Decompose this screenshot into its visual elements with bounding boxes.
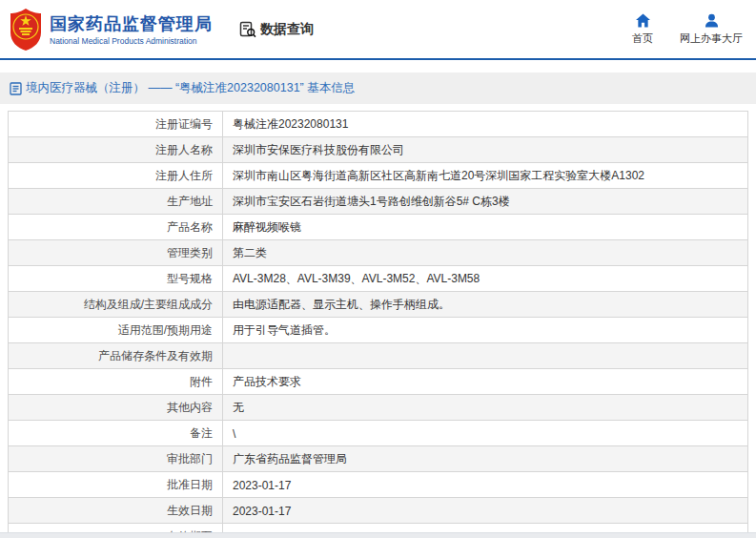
field-label: 其他内容 (9, 395, 223, 420)
data-query-button[interactable]: 数据查询 (239, 21, 314, 38)
field-label: 产品名称 (9, 215, 223, 239)
field-label-text: 批准日期 (167, 477, 213, 493)
field-value: 2023-01-17 (223, 472, 747, 497)
page-doc-icon (10, 82, 22, 95)
field-label: 生产地址 (9, 189, 223, 214)
field-label-text: 产品名称 (167, 219, 213, 236)
field-value-text: \ (233, 427, 235, 441)
field-label: 附件 (9, 369, 223, 394)
field-label: 备注 (9, 421, 223, 445)
table-row: 注册人名称深圳市安保医疗科技股份有限公司 (9, 137, 747, 163)
breadcrumb-bar: 境内医疗器械（注册） —— “粤械注准20232080131” 基本信息 (0, 72, 756, 104)
field-value-text: 产品技术要求 (233, 374, 301, 390)
field-value: 由电源适配器、显示主机、操作手柄组成。 (223, 292, 747, 317)
table-row: 批准日期2023-01-17 (9, 472, 747, 498)
field-value-text: 由电源适配器、显示主机、操作手柄组成。 (233, 297, 450, 313)
table-row: 注册证编号粤械注准20232080131 (9, 112, 747, 137)
field-label: 型号规格 (9, 266, 223, 291)
nav-item-home[interactable]: 首页 (632, 13, 653, 46)
field-label: 注册人住所 (9, 163, 223, 188)
field-value-text: 2023-01-17 (233, 505, 291, 518)
field-value-text: 粤械注准20232080131 (233, 116, 348, 133)
nav-item-service-hall[interactable]: 网上办事大厅 (680, 13, 743, 46)
field-label-text: 注册证编号 (155, 116, 213, 133)
field-label-text: 管理类别 (167, 245, 213, 261)
org-name-en: National Medical Products Administration (50, 36, 213, 46)
field-label-text: 其他内容 (167, 400, 213, 416)
field-label: 管理类别 (9, 240, 223, 265)
field-value: 麻醉视频喉镜 (223, 215, 747, 239)
field-label-text: 注册人名称 (155, 142, 213, 158)
field-label: 适用范围/预期用途 (9, 318, 223, 342)
footer-strip (0, 532, 756, 538)
field-value (223, 343, 747, 368)
table-row: 审批部门广东省药品监督管理局 (9, 446, 747, 472)
field-value-text: 麻醉视频喉镜 (233, 219, 301, 236)
table-row: 结构及组成/主要组成成分由电源适配器、显示主机、操作手柄组成。 (9, 292, 747, 318)
page-title: 境内医疗器械（注册） —— “粤械注准20232080131” 基本信息 (26, 80, 355, 96)
table-row: 产品名称麻醉视频喉镜 (9, 215, 747, 240)
table-row: 生效日期2023-01-17 (9, 498, 747, 524)
field-label-text: 生产地址 (167, 194, 213, 210)
table-row: 生产地址深圳市宝安区石岩街道塘头1号路创维创新谷5# C栋3楼 (9, 189, 747, 215)
field-label-text: 型号规格 (167, 271, 213, 287)
table-row: 产品储存条件及有效期 (9, 343, 747, 369)
field-value-text: 无 (233, 400, 244, 416)
table-row: 管理类别第二类 (9, 240, 747, 266)
field-value: AVL-3M28、AVL-3M39、AVL-3M52、AVL-3M58 (223, 266, 747, 291)
table-row: 适用范围/预期用途用于引导气道插管。 (9, 318, 747, 343)
field-value-text: 深圳市宝安区石岩街道塘头1号路创维创新谷5# C栋3楼 (233, 194, 510, 210)
field-value: 无 (223, 395, 747, 420)
document-search-icon (239, 21, 256, 38)
field-label: 审批部门 (9, 446, 223, 471)
field-label-text: 产品储存条件及有效期 (98, 348, 213, 364)
registration-detail-table: 注册证编号粤械注准20232080131注册人名称深圳市安保医疗科技股份有限公司… (8, 111, 748, 538)
field-value-text: AVL-3M28、AVL-3M39、AVL-3M52、AVL-3M58 (233, 271, 480, 287)
field-label: 注册证编号 (9, 112, 223, 136)
field-label-text: 生效日期 (167, 503, 213, 519)
header-nav: 首页 网上办事大厅 (632, 13, 743, 46)
field-label: 产品储存条件及有效期 (9, 343, 223, 368)
field-label-text: 结构及组成/主要组成成分 (84, 297, 213, 313)
table-row: 附件产品技术要求 (9, 369, 747, 395)
page-header: 国家药品监督管理局 National Medical Products Admi… (0, 0, 756, 60)
field-label-text: 注册人住所 (155, 168, 213, 184)
field-value: 用于引导气道插管。 (223, 318, 747, 342)
table-row: 注册人住所深圳市南山区粤海街道高新区社区高新南七道20号深圳国家工程实验室大楼A… (9, 163, 747, 189)
home-icon (636, 13, 650, 28)
field-value-text: 广东省药品监督管理局 (233, 451, 347, 467)
field-value: 第二类 (223, 240, 747, 265)
table-row: 型号规格AVL-3M28、AVL-3M39、AVL-3M52、AVL-3M58 (9, 266, 747, 292)
field-label-text: 备注 (190, 425, 213, 442)
field-label-text: 附件 (190, 374, 213, 390)
org-name-zh: 国家药品监督管理局 (50, 13, 213, 34)
data-query-label: 数据查询 (260, 21, 314, 38)
field-value-text: 用于引导气道插管。 (233, 322, 336, 339)
table-row: 其他内容无 (9, 395, 747, 421)
field-label: 批准日期 (9, 472, 223, 497)
user-icon (705, 13, 719, 28)
field-value: 2023-01-17 (223, 498, 747, 523)
field-value-text: 深圳市安保医疗科技股份有限公司 (233, 142, 404, 158)
field-label: 结构及组成/主要组成成分 (9, 292, 223, 317)
field-value-text: 深圳市南山区粤海街道高新区社区高新南七道20号深圳国家工程实验室大楼A1302 (233, 168, 644, 184)
org-title-block: 国家药品监督管理局 National Medical Products Admi… (50, 13, 213, 46)
field-value-text: 第二类 (233, 245, 267, 261)
field-value: \ (223, 421, 747, 445)
national-emblem-logo (10, 8, 42, 52)
field-value: 深圳市南山区粤海街道高新区社区高新南七道20号深圳国家工程实验室大楼A1302 (223, 163, 747, 188)
nav-item-label: 网上办事大厅 (680, 31, 743, 46)
field-value-text: 2023-01-17 (233, 479, 291, 492)
field-value: 粤械注准20232080131 (223, 112, 747, 136)
field-value: 深圳市宝安区石岩街道塘头1号路创维创新谷5# C栋3楼 (223, 189, 747, 214)
field-label: 生效日期 (9, 498, 223, 523)
table-row: 备注\ (9, 421, 747, 446)
field-value: 广东省药品监督管理局 (223, 446, 747, 471)
field-label-text: 审批部门 (167, 451, 213, 467)
field-label: 注册人名称 (9, 137, 223, 162)
nav-item-label: 首页 (632, 31, 653, 46)
field-value: 深圳市安保医疗科技股份有限公司 (223, 137, 747, 162)
field-value: 产品技术要求 (223, 369, 747, 394)
field-label-text: 适用范围/预期用途 (118, 322, 213, 339)
